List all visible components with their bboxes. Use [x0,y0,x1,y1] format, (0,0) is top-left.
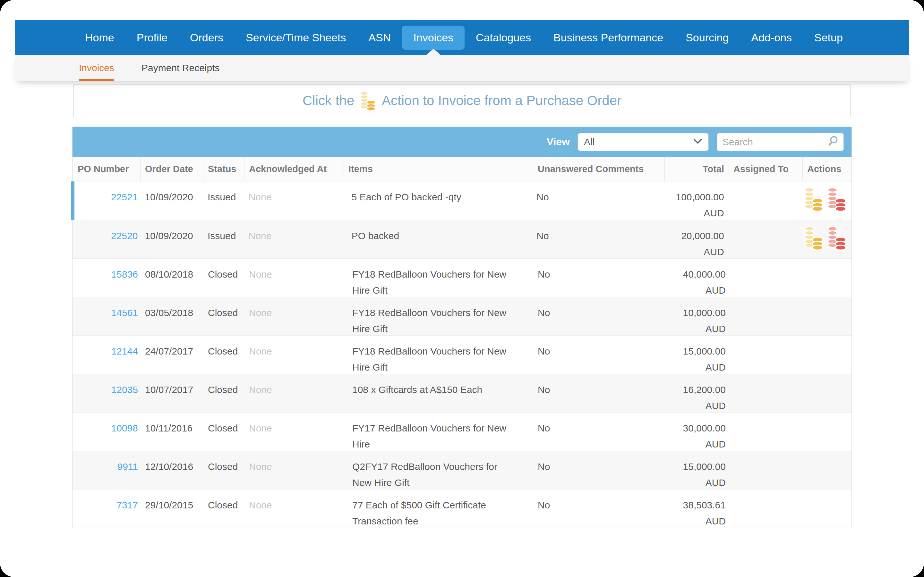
unanswered-comments-cell: No [533,297,665,335]
unanswered-comments-cell: No [533,413,665,451]
nav-item-asn[interactable]: ASN [357,26,402,50]
chevron-down-icon [693,138,703,146]
total-cell: 20,000.00AUD [663,220,727,258]
create-credit-note-icon[interactable] [827,187,847,220]
acknowledged-at-cell: None [244,490,344,528]
po-number-cell: 22521 [73,181,140,220]
unanswered-comments-cell: No [533,490,665,528]
assigned-to-cell [729,490,803,528]
nav-item-invoices[interactable]: Invoices [402,26,465,50]
assigned-to-cell [729,335,803,374]
total-amount: 10,000.00 [669,305,726,321]
active-tab-caret [426,49,441,55]
total-currency: AUD [668,244,724,260]
total-cell: 16,200.00AUD [665,374,729,412]
po-number-link[interactable]: 12035 [111,384,138,395]
po-number-link[interactable]: 10098 [111,423,138,434]
total-currency: AUD [669,436,726,452]
assigned-to-cell [729,259,803,297]
order-date-cell: 29/10/2015 [141,490,204,528]
po-number-link[interactable]: 15836 [111,269,138,279]
unanswered-comments-cell: No [533,259,665,297]
items-cell: FY18 RedBalloon Vouchers for New Hire Gi… [344,297,533,335]
total-cell: 100,000.00AUD [663,181,727,220]
acknowledged-at-cell: None [244,297,344,335]
table-row: 1583608/10/2018ClosedNoneFY18 RedBalloon… [73,258,851,297]
acknowledged-at-cell: None [244,181,343,220]
column-header-actions[interactable]: Actions [803,157,851,181]
order-date-cell: 03/05/2018 [141,297,204,335]
total-amount: 40,000.00 [669,266,726,282]
acknowledged-at-cell: None [244,335,344,374]
unanswered-comments-cell: No [532,220,663,258]
column-header-status[interactable]: Status [204,157,244,181]
po-number-cell: 12035 [73,374,141,412]
column-header-acknowledged-at[interactable]: Acknowledged At [244,157,344,181]
total-amount: 100,000.00 [668,189,724,205]
po-number-cell: 7317 [73,490,141,528]
po-number-link[interactable]: 7317 [116,500,138,510]
create-invoice-icon[interactable] [804,226,824,258]
total-currency: AUD [669,359,726,376]
status-cell: Closed [204,451,244,489]
view-dropdown[interactable]: All [577,133,709,151]
subnav-tab-payment-receipts[interactable]: Payment Receipts [142,55,220,81]
search-input[interactable] [722,136,827,148]
column-header-assigned-to[interactable]: Assigned To [729,157,803,181]
table-header-row: PO NumberOrder DateStatusAcknowledged At… [73,157,851,181]
column-header-items[interactable]: Items [344,157,533,181]
create-invoice-icon[interactable] [804,187,824,220]
table-row: 2252110/09/2020IssuedNone5 Each of PO ba… [73,181,851,220]
status-cell: Closed [204,259,244,297]
invoice-instruction-banner: Click the Action to Invoice from a Purch… [73,84,851,117]
nav-item-home[interactable]: Home [74,26,126,50]
total-currency: AUD [668,205,724,221]
status-cell: Issued [203,181,244,220]
acknowledged-at-cell: None [244,374,344,412]
actions-cell [801,220,851,258]
nav-item-setup[interactable]: Setup [803,26,854,50]
table-row: 1009810/11/2016ClosedNoneFY17 RedBalloon… [73,412,851,451]
total-amount: 38,503.61 [669,497,726,513]
nav-item-catalogues[interactable]: Catalogues [465,26,542,50]
po-number-link[interactable]: 9911 [117,461,138,472]
create-credit-note-icon[interactable] [827,226,847,258]
subnav-tab-invoices[interactable]: Invoices [79,55,114,81]
po-number-link[interactable]: 22521 [111,192,137,202]
nav-item-add-ons[interactable]: Add-ons [740,26,803,50]
magnifier-icon[interactable] [827,135,838,148]
po-number-link[interactable]: 12144 [111,346,138,356]
total-amount: 15,000.00 [669,343,726,359]
app-window: HomeProfileOrdersService/Time SheetsASNI… [0,0,924,577]
column-header-order-date[interactable]: Order Date [141,157,204,181]
status-cell: Closed [204,413,244,451]
order-date-cell: 10/11/2016 [141,413,204,451]
status-cell: Closed [204,490,244,528]
table-toolbar: View All [73,127,851,157]
po-number-link[interactable]: 14561 [111,308,138,318]
total-amount: 20,000.00 [668,228,724,244]
total-amount: 15,000.00 [669,459,726,475]
actions-cell [803,451,851,489]
status-cell: Closed [204,297,244,335]
nav-item-business-performance[interactable]: Business Performance [542,26,674,50]
unanswered-comments-cell: No [533,451,665,489]
column-header-po-number[interactable]: PO Number [73,157,141,181]
items-cell: FY17 RedBalloon Vouchers for New Hire [344,413,533,451]
nav-item-orders[interactable]: Orders [179,26,234,50]
column-header-unanswered-comments[interactable]: Unanswered Comments [533,157,665,181]
table-row: 991112/10/2016ClosedNoneQ2FY17 RedBalloo… [73,451,851,489]
nav-item-service-time-sheets[interactable]: Service/Time Sheets [234,26,357,50]
nav-item-profile[interactable]: Profile [126,26,179,50]
nav-item-sourcing[interactable]: Sourcing [674,26,740,50]
total-currency: AUD [669,321,726,337]
column-header-total[interactable]: Total [665,157,729,181]
items-cell: 5 Each of PO backed -qty [343,181,532,220]
items-cell: FY18 RedBalloon Vouchers for New Hire Gi… [344,335,533,374]
banner-text-before: Click the [302,93,354,108]
po-number-link[interactable]: 22520 [111,230,137,241]
secondary-nav: InvoicesPayment Receipts [15,55,909,81]
total-currency: AUD [669,398,726,414]
po-number-cell: 14561 [73,297,141,335]
purchase-orders-table: View All PO NumberOrder DateStatusAcknow… [72,127,852,528]
